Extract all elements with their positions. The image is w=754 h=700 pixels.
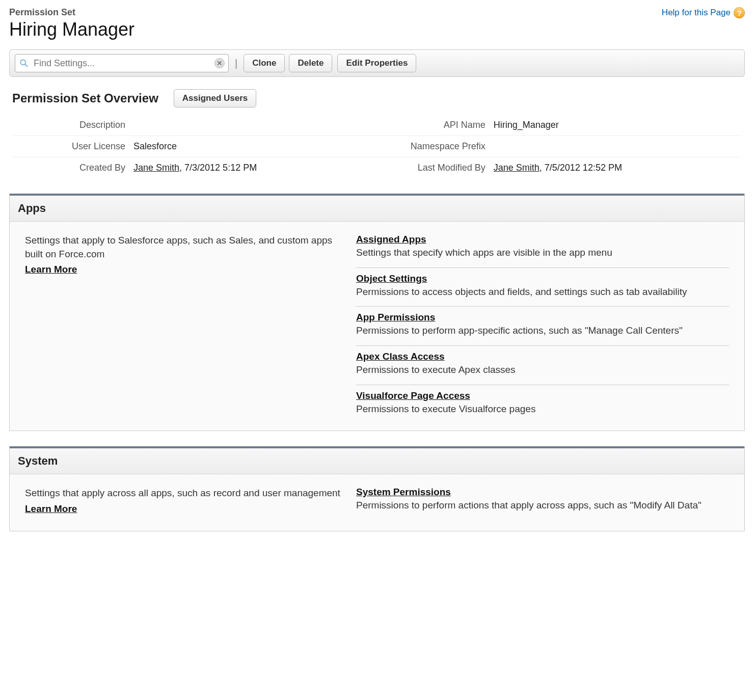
last-modified-by-user-link[interactable]: Jane Smith bbox=[494, 163, 540, 173]
page-pretitle: Permission Set bbox=[9, 7, 134, 18]
apps-block-intro: Settings that apply to Salesforce apps, … bbox=[25, 235, 332, 259]
visualforce-page-access-desc: Permissions to execute Visualforce pages bbox=[356, 402, 729, 416]
system-block-intro: Settings that apply across all apps, suc… bbox=[25, 488, 340, 498]
help-link-label: Help for this Page bbox=[662, 8, 731, 18]
toolbar-button-group: Clone Delete bbox=[244, 54, 332, 72]
apex-class-access-desc: Permissions to execute Apex classes bbox=[356, 363, 729, 376]
visualforce-page-access-link[interactable]: Visualforce Page Access bbox=[356, 390, 470, 401]
object-settings-desc: Permissions to access objects and fields… bbox=[356, 285, 729, 299]
search-wrap: ✕ bbox=[15, 54, 229, 72]
apps-block-title: Apps bbox=[10, 196, 744, 222]
apps-block: Apps Settings that apply to Salesforce a… bbox=[9, 194, 745, 431]
last-modified-by-date: , 7/5/2012 12:52 PM bbox=[540, 163, 622, 173]
toolbar: ✕ | Clone Delete Edit Properties bbox=[9, 49, 745, 77]
apex-class-access-link[interactable]: Apex Class Access bbox=[356, 351, 445, 362]
user-license-value: Salesforce bbox=[129, 136, 372, 157]
created-by-label: Created By bbox=[12, 157, 129, 179]
created-by-date: , 7/3/2012 5:12 PM bbox=[179, 163, 257, 173]
apps-learn-more-link[interactable]: Learn More bbox=[25, 263, 341, 277]
svg-line-1 bbox=[25, 64, 28, 67]
namespace-prefix-value bbox=[490, 136, 742, 157]
search-icon bbox=[19, 58, 29, 68]
created-by-value: Jane Smith, 7/3/2012 5:12 PM bbox=[129, 157, 372, 179]
clone-button[interactable]: Clone bbox=[244, 54, 285, 72]
search-input[interactable] bbox=[15, 54, 229, 72]
app-permissions-desc: Permissions to perform app-specific acti… bbox=[356, 324, 729, 337]
assigned-apps-link[interactable]: Assigned Apps bbox=[356, 234, 426, 245]
api-name-label: API Name bbox=[372, 115, 490, 136]
page-title: Hiring Manager bbox=[9, 19, 134, 40]
system-permissions-desc: Permissions to perform actions that appl… bbox=[356, 499, 729, 512]
assigned-apps-desc: Settings that specify which apps are vis… bbox=[356, 246, 729, 259]
api-name-value: Hiring_Manager bbox=[490, 115, 742, 136]
edit-properties-button[interactable]: Edit Properties bbox=[337, 54, 416, 72]
overview-detail-table: Description API Name Hiring_Manager User… bbox=[12, 115, 742, 178]
last-modified-by-value: Jane Smith, 7/5/2012 12:52 PM bbox=[490, 157, 742, 179]
user-license-label: User License bbox=[12, 136, 129, 157]
overview-section: Permission Set Overview Assigned Users D… bbox=[9, 89, 745, 178]
toolbar-divider: | bbox=[234, 58, 238, 69]
app-permissions-link[interactable]: App Permissions bbox=[356, 312, 435, 322]
system-learn-more-link[interactable]: Learn More bbox=[25, 502, 341, 516]
help-icon: ? bbox=[734, 7, 745, 18]
system-block: System Settings that apply across all ap… bbox=[9, 446, 745, 531]
system-permissions-link[interactable]: System Permissions bbox=[356, 487, 451, 497]
namespace-prefix-label: Namespace Prefix bbox=[372, 136, 490, 157]
assigned-users-button[interactable]: Assigned Users bbox=[174, 89, 257, 107]
description-label: Description bbox=[12, 115, 129, 136]
clear-search-icon[interactable]: ✕ bbox=[214, 58, 225, 68]
delete-button[interactable]: Delete bbox=[289, 54, 332, 72]
help-for-this-page-link[interactable]: Help for this Page ? bbox=[662, 7, 745, 18]
description-value bbox=[129, 115, 372, 136]
system-block-title: System bbox=[10, 448, 744, 474]
object-settings-link[interactable]: Object Settings bbox=[356, 273, 427, 284]
overview-heading: Permission Set Overview bbox=[12, 91, 158, 105]
last-modified-by-label: Last Modified By bbox=[372, 157, 490, 179]
created-by-user-link[interactable]: Jane Smith bbox=[133, 163, 179, 173]
